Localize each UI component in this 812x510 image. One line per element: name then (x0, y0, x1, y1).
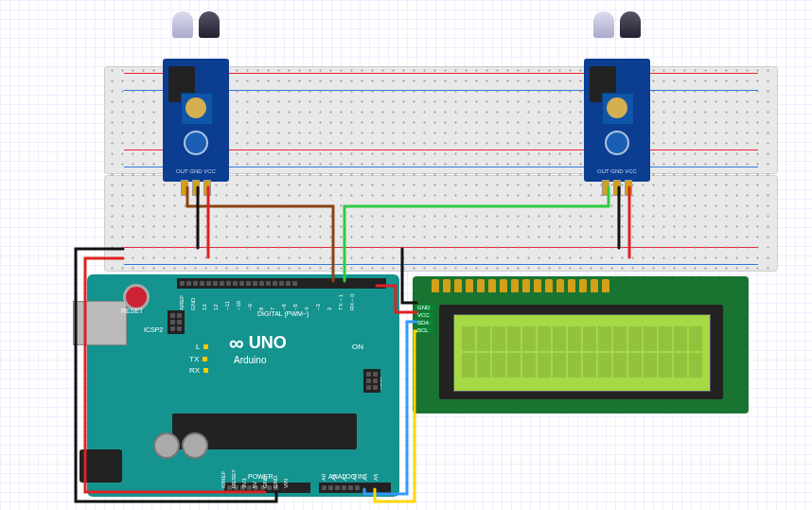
ir-sensor-left: OUT GND VCC (163, 11, 229, 167)
pin-label: A1 (331, 474, 337, 481)
lcd-cell (613, 326, 627, 351)
lcd-sda-label: SDA (416, 320, 433, 325)
ir-potentiometer[interactable] (602, 93, 634, 125)
pin-label: TX→1 (338, 294, 344, 310)
icsp2-label: ICSP2 (144, 326, 163, 333)
pin-label: ~10 (236, 301, 241, 310)
pin-label: ~6 (281, 304, 287, 310)
lcd-cell (462, 326, 475, 351)
pin-label: ~11 (224, 301, 230, 310)
ir-receiver-led-icon (620, 11, 641, 38)
ir2-pin-gnd-label: GND (610, 168, 623, 174)
lcd-cell (492, 353, 505, 378)
icsp-header[interactable] (363, 369, 380, 393)
pin-label: ~5 (292, 304, 298, 310)
tx-led-label: TX (189, 355, 199, 363)
analog-header[interactable] (319, 483, 391, 493)
lcd-cell (507, 353, 521, 378)
capacitor-icon (182, 432, 208, 459)
lcd-vcc-label: VCC (416, 312, 433, 318)
ir-emitter-led-icon (593, 11, 614, 38)
ir1-pin-gnd-label: GND (189, 168, 202, 174)
lcd-cell (628, 326, 642, 351)
lcd-cell (659, 353, 672, 378)
led-icon (203, 368, 208, 373)
arduino-logo: ∞ UNO (229, 331, 287, 356)
arduino-uno: RESET ICSP2 DIGITAL (PWM~) POWER ANALOG … (87, 274, 399, 497)
lcd-cell (598, 353, 611, 378)
digital-section-label: DIGITAL (PWM~) (257, 310, 309, 317)
ir-emitter-led-icon (172, 11, 193, 38)
pin-label: 4 (304, 308, 309, 310)
icsp2-header[interactable] (168, 310, 185, 334)
pin-label: A4 (362, 474, 368, 481)
ir-pcb: OUT GND VCC (163, 59, 229, 182)
pin-label: 2 (327, 308, 332, 310)
ir-sensor-right: OUT GND VCC (584, 11, 650, 167)
ir1-pin-vcc-label: VCC (203, 168, 216, 174)
pin-label: A0 (321, 474, 327, 481)
lcd-cell (568, 326, 581, 351)
led-icon (203, 357, 207, 361)
pin-label: AREF (179, 295, 185, 310)
lcd-cell (628, 353, 642, 378)
pin-label: A5 (373, 474, 379, 481)
pin-label: ~9 (247, 304, 253, 310)
lcd-16x2-i2c: GND VCC SDA SCL (413, 276, 749, 413)
lcd-cell (689, 326, 702, 351)
lcd-bezel (439, 305, 723, 399)
lcd-parallel-pins (432, 279, 609, 292)
ir-receiver-led-icon (199, 11, 220, 38)
l-led-label: L (196, 343, 200, 351)
lcd-cell (568, 353, 581, 378)
lcd-cell (583, 353, 596, 378)
lcd-cell (644, 326, 657, 351)
lcd-gnd-label: GND (416, 305, 433, 310)
ir1-header-pins (163, 180, 229, 196)
pin-label: GND (190, 298, 196, 310)
lcd-cell (659, 326, 672, 351)
lcd-cell (644, 353, 657, 378)
lcd-cell (538, 326, 551, 351)
lcd-cell (462, 353, 475, 378)
lcd-cell (583, 326, 596, 351)
lcd-cell (674, 326, 687, 351)
reset-button[interactable] (123, 284, 150, 310)
lcd-i2c-header[interactable]: GND VCC SDA SCL (416, 305, 433, 333)
lcd-cell (674, 353, 687, 378)
pin-label: 13 (202, 304, 207, 310)
capacitor-icon (153, 432, 180, 459)
pin-label: 8 (258, 308, 264, 310)
ir2-pin-vcc-label: VCC (625, 168, 637, 174)
digital-header[interactable] (177, 278, 386, 289)
pin-label: 7 (270, 308, 275, 310)
arduino-subtitle: Arduino (234, 355, 266, 365)
lcd-cell (507, 326, 521, 351)
on-led-label: ON (352, 343, 363, 351)
board-name: UNO (249, 333, 287, 352)
ir-indicator-led-icon (184, 131, 208, 155)
ir-potentiometer[interactable] (181, 93, 213, 125)
infinity-icon: ∞ (229, 331, 244, 356)
ir2-pin-out-label: OUT (597, 168, 609, 174)
pin-label: ~3 (315, 304, 321, 310)
reset-label: RESET (121, 308, 143, 314)
power-jack-icon[interactable] (79, 449, 122, 483)
lcd-cell (553, 353, 566, 378)
lcd-cell (492, 326, 505, 351)
lcd-cell (522, 353, 536, 378)
usb-port-icon[interactable] (73, 301, 127, 345)
ir-indicator-led-icon (605, 131, 629, 155)
lcd-glass (453, 314, 711, 392)
pin-label: VIN (283, 479, 304, 488)
pin-label: 12 (213, 304, 219, 310)
pin-label: RX←0 (349, 293, 355, 310)
led-icon (203, 344, 208, 349)
lcd-scl-label: SCL (416, 327, 433, 333)
lcd-character-grid (462, 326, 702, 378)
ir-pcb: OUT GND VCC (584, 59, 650, 182)
lcd-cell (553, 326, 566, 351)
pin-label: A2 (342, 474, 347, 481)
lcd-cell (522, 326, 536, 351)
lcd-cell (689, 353, 702, 378)
